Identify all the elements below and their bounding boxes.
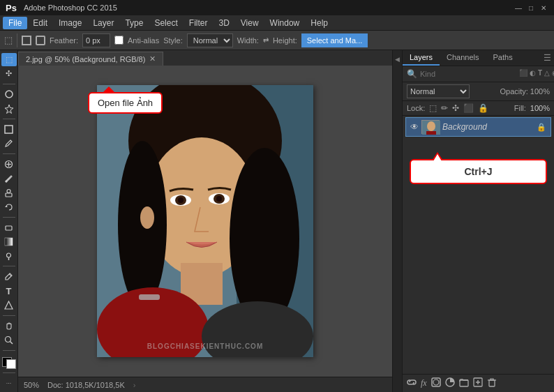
filter-adjust-icon[interactable]: ◐ — [530, 69, 536, 79]
tool-shape[interactable] — [1, 299, 17, 312]
tool-pen[interactable] — [1, 270, 17, 283]
menu-edit[interactable]: Edit — [27, 17, 53, 29]
svg-point-36 — [427, 121, 435, 131]
menu-filter[interactable]: Filter — [184, 17, 214, 29]
titlebar-controls[interactable]: — □ ✕ — [514, 3, 548, 13]
menu-3d[interactable]: 3D — [213, 17, 234, 29]
menubar: File Edit Image Layer Type Select Filter… — [0, 15, 554, 31]
right-collapse-strip[interactable]: ◀ — [392, 50, 402, 392]
lock-artboard[interactable]: ⬛ — [463, 103, 474, 113]
filter-pixel-icon[interactable]: ⬛ — [519, 69, 527, 79]
antialias-label: Anti-alias — [128, 36, 159, 45]
menu-type[interactable]: Type — [119, 17, 149, 29]
filter-text-icon[interactable]: T — [538, 69, 542, 79]
status-arrow[interactable]: › — [133, 381, 136, 389]
svg-rect-45 — [489, 380, 495, 386]
lock-label: Lock: — [407, 104, 425, 112]
tool-zoom[interactable] — [1, 333, 17, 347]
layer-lock-row: Lock: ⬚ ✏ ✣ ⬛ 🔒 Fill: 100% — [403, 101, 554, 116]
tool-sep-2 — [3, 119, 15, 119]
options-sep — [17, 33, 17, 47]
layer-visibility-toggle[interactable]: 👁 — [410, 122, 419, 132]
tool-eyedropper[interactable] — [1, 137, 17, 150]
menu-view[interactable]: View — [235, 17, 264, 29]
feather-label: Feather: — [50, 36, 78, 45]
opacity-row: Opacity: 100% — [500, 87, 551, 96]
select-and-mask-btn[interactable]: Select and Ma... — [301, 33, 368, 47]
svg-rect-41 — [460, 380, 468, 386]
canvas-image: BLOGCHIASEKIENTHUC.COM — [97, 85, 313, 357]
minimize-btn[interactable]: — — [514, 3, 523, 13]
tool-eraser[interactable] — [1, 221, 17, 234]
height-label: Height: — [273, 36, 297, 45]
add-mask-btn[interactable] — [431, 377, 441, 389]
feather-input[interactable] — [82, 33, 110, 47]
blend-mode-select[interactable]: Normal — [407, 84, 470, 98]
tool-magic-wand[interactable] — [1, 102, 17, 115]
menu-select[interactable]: Select — [149, 17, 183, 29]
svg-marker-9 — [5, 206, 8, 207]
menu-help[interactable]: Help — [305, 17, 334, 29]
tool-move[interactable]: ✣ — [1, 68, 17, 81]
menu-file[interactable]: File — [3, 17, 27, 29]
antialias-checkbox[interactable] — [114, 36, 123, 45]
menu-image[interactable]: Image — [53, 17, 87, 29]
tab-channels[interactable]: Channels — [440, 50, 486, 66]
maximize-btn[interactable]: □ — [526, 3, 536, 13]
lock-position[interactable]: ✣ — [452, 103, 459, 113]
lock-paint[interactable]: ✏ — [441, 103, 448, 113]
menu-layer[interactable]: Layer — [87, 17, 119, 29]
callout-ctrlj-arrow-fill — [433, 154, 442, 161]
tool-heal[interactable] — [1, 158, 17, 171]
layer-thumbnail — [421, 120, 440, 134]
svg-point-0 — [6, 91, 13, 98]
tab-paths[interactable]: Paths — [486, 50, 520, 66]
canvas-tab[interactable]: 2.jpg @ 50% (Background, RGB/8) ✕ — [18, 52, 163, 66]
canvas-tab-close[interactable]: ✕ — [149, 54, 156, 63]
tool-gradient[interactable] — [1, 235, 17, 248]
svg-point-27 — [178, 197, 184, 203]
style-square — [22, 36, 31, 45]
color-swatch[interactable] — [2, 357, 16, 369]
new-layer-btn[interactable] — [473, 377, 483, 389]
svg-line-17 — [10, 342, 13, 345]
marquee-options-icon: ⬚ — [4, 35, 13, 45]
new-group-btn[interactable] — [459, 377, 469, 389]
svg-point-31 — [140, 206, 154, 229]
tool-marquee[interactable]: ⬚ — [1, 53, 17, 66]
layer-link-btn[interactable] — [407, 377, 417, 389]
right-panel: Layers Channels Paths ☰ 🔍 ⬛ ◐ T △ ◉ ○ No… — [402, 50, 554, 392]
tab-bar: 2.jpg @ 50% (Background, RGB/8) ✕ — [18, 50, 392, 66]
lock-all[interactable]: 🔒 — [478, 103, 488, 113]
menu-window[interactable]: Window — [264, 17, 306, 29]
tool-crop[interactable] — [1, 123, 17, 136]
svg-point-12 — [7, 253, 11, 257]
titlebar-title: Adobe Photoshop CC 2015 — [24, 3, 117, 12]
tool-text[interactable]: T — [1, 285, 17, 298]
layer-kind-input[interactable] — [420, 70, 516, 78]
tool-stamp[interactable] — [1, 186, 17, 199]
tool-lasso[interactable] — [1, 88, 17, 101]
layer-item-background[interactable]: 👁 Background 🔒 — [405, 117, 551, 137]
tool-history-brush[interactable] — [1, 200, 17, 213]
lock-transparency[interactable]: ⬚ — [429, 103, 437, 113]
filter-shape-icon[interactable]: △ — [544, 69, 550, 79]
tool-sep-8 — [3, 372, 15, 373]
style-select[interactable]: Normal — [187, 33, 233, 47]
tab-layers[interactable]: Layers — [403, 50, 440, 66]
tool-dodge[interactable] — [1, 250, 17, 263]
opacity-value: 100% — [530, 87, 550, 96]
tool-hand[interactable] — [1, 319, 17, 333]
add-adjustment-btn[interactable] — [445, 377, 455, 389]
tool-sep-1 — [3, 84, 15, 84]
fx-btn[interactable]: fx — [421, 378, 427, 389]
close-btn[interactable]: ✕ — [539, 3, 548, 13]
tool-brush[interactable] — [1, 172, 17, 185]
layer-blend-row: Normal Opacity: 100% — [403, 82, 554, 101]
delete-layer-btn[interactable] — [487, 377, 497, 389]
canvas-content: BLOGCHIASEKIENTHUC.COM Open file Ảnh — [18, 66, 392, 377]
panel-menu-icon[interactable]: ☰ — [544, 53, 551, 63]
tool-mode[interactable]: ··· — [1, 376, 17, 389]
background-color[interactable] — [6, 359, 16, 369]
canvas-image-container: BLOGCHIASEKIENTHUC.COM — [97, 85, 313, 357]
